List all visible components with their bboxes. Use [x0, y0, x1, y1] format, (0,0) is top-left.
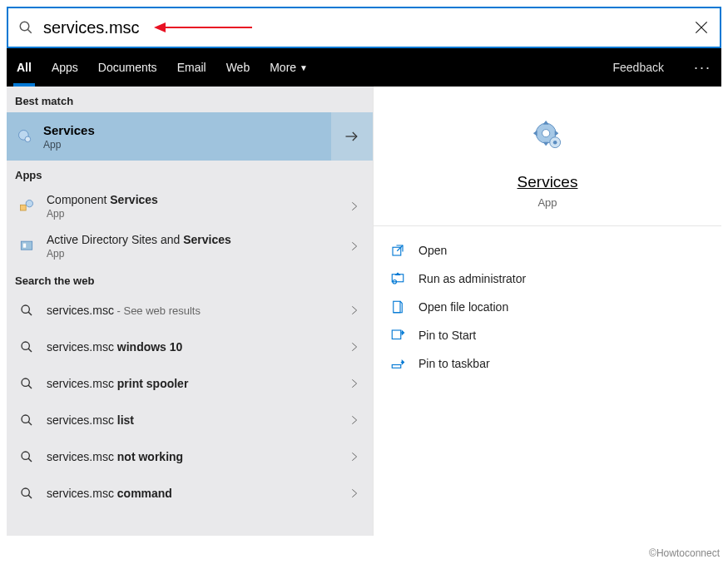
tab-apps[interactable]: Apps — [52, 48, 78, 87]
preview-title[interactable]: Services — [518, 173, 578, 191]
web-result[interactable]: services.msc - See web results — [7, 292, 373, 329]
best-match-subtitle: App — [43, 139, 95, 151]
web-result[interactable]: services.msc list — [7, 402, 373, 438]
chevron-right-icon — [348, 304, 361, 317]
web-result[interactable]: services.msc windows 10 — [7, 329, 373, 365]
chevron-right-icon — [348, 200, 361, 213]
search-icon — [18, 448, 35, 465]
svg-line-14 — [28, 312, 32, 315]
action-open[interactable]: Open — [387, 236, 708, 265]
result-subtitle: App — [47, 248, 336, 260]
svg-rect-11 — [21, 241, 32, 250]
preview-header: Services App — [374, 87, 721, 226]
section-header-best-match: Best match — [7, 87, 373, 112]
svg-point-13 — [22, 305, 29, 313]
preview-pane: Services App Open Run as administrator O… — [373, 87, 721, 536]
web-result[interactable]: services.msc not working — [7, 438, 373, 475]
folder-icon — [390, 299, 405, 314]
search-icon — [18, 375, 35, 392]
result-title: Active Directory Sites and Services — [47, 233, 336, 246]
filter-tab-bar: All Apps Documents Email Web More▼ Feedb… — [7, 48, 721, 87]
svg-line-22 — [28, 458, 32, 462]
clear-icon[interactable] — [693, 19, 710, 36]
svg-point-27 — [553, 141, 557, 145]
tab-more[interactable]: More▼ — [270, 48, 308, 87]
svg-point-28 — [542, 130, 550, 137]
more-options-icon[interactable]: ··· — [694, 59, 711, 77]
svg-rect-37 — [392, 365, 401, 369]
search-icon — [18, 339, 35, 355]
svg-line-24 — [28, 495, 32, 498]
chevron-right-icon — [348, 377, 361, 390]
result-subtitle: App — [47, 208, 336, 220]
result-title: services.msc list — [47, 413, 336, 427]
result-title: services.msc windows 10 — [47, 340, 336, 354]
svg-point-17 — [22, 378, 29, 386]
chevron-right-icon — [348, 487, 361, 500]
chevron-down-icon: ▼ — [300, 63, 308, 72]
svg-point-15 — [22, 342, 29, 349]
web-result[interactable]: services.msc command — [7, 475, 373, 512]
tab-email[interactable]: Email — [177, 48, 206, 87]
section-header-apps: Apps — [7, 161, 373, 186]
chevron-right-icon — [348, 340, 361, 354]
services-icon — [17, 128, 33, 145]
preview-actions: Open Run as administrator Open file loca… — [374, 226, 721, 388]
search-bar — [7, 7, 721, 48]
svg-point-23 — [22, 488, 29, 496]
results-pane: Best match Services App Apps Componen — [7, 87, 373, 536]
result-title: services.msc print spooler — [47, 377, 336, 390]
component-services-icon — [18, 198, 35, 215]
best-match-item[interactable]: Services App — [7, 112, 331, 161]
svg-line-16 — [28, 349, 32, 352]
svg-line-20 — [28, 422, 32, 425]
svg-point-7 — [25, 136, 31, 142]
svg-line-18 — [28, 385, 32, 388]
app-result[interactable]: Active Directory Sites and Services App — [7, 226, 373, 266]
tab-documents[interactable]: Documents — [98, 48, 157, 87]
search-icon — [18, 302, 35, 319]
content-area: Best match Services App Apps Componen — [7, 87, 721, 536]
chevron-right-icon — [348, 450, 361, 463]
search-input[interactable] — [43, 18, 683, 37]
best-match-title: Services — [43, 123, 95, 137]
preview-type: App — [537, 196, 557, 209]
app-result[interactable]: Component Services App — [7, 186, 373, 226]
active-directory-icon — [18, 238, 35, 255]
svg-point-0 — [20, 22, 29, 31]
svg-line-1 — [27, 29, 32, 33]
svg-line-30 — [397, 245, 403, 251]
action-pin-start[interactable]: Pin to Start — [387, 321, 708, 349]
result-title: services.msc not working — [47, 450, 336, 463]
best-match-open-button[interactable] — [331, 112, 373, 161]
result-title: Component Services — [47, 193, 336, 206]
pin-start-icon — [390, 328, 405, 343]
feedback-link[interactable]: Feedback — [613, 61, 664, 74]
svg-rect-31 — [392, 275, 404, 282]
action-label: Open file location — [418, 300, 508, 314]
action-open-location[interactable]: Open file location — [387, 293, 708, 321]
svg-rect-33 — [394, 301, 400, 313]
web-result[interactable]: services.msc print spooler — [7, 365, 373, 402]
action-label: Run as administrator — [418, 272, 526, 285]
chevron-right-icon — [348, 413, 361, 427]
action-run-admin[interactable]: Run as administrator — [387, 265, 708, 293]
result-title: services.msc - See web results — [47, 304, 336, 317]
tab-web[interactable]: Web — [226, 48, 250, 87]
svg-point-19 — [22, 415, 29, 423]
chevron-right-icon — [348, 240, 361, 253]
action-pin-taskbar[interactable]: Pin to taskbar — [387, 349, 708, 378]
result-title: services.msc command — [47, 487, 336, 500]
action-label: Pin to taskbar — [418, 357, 490, 370]
open-icon — [390, 243, 405, 258]
pin-taskbar-icon — [390, 356, 405, 371]
svg-rect-34 — [392, 330, 401, 339]
search-icon — [18, 20, 33, 35]
search-icon — [18, 485, 35, 502]
services-large-icon — [529, 116, 566, 153]
admin-icon — [390, 271, 405, 286]
action-label: Pin to Start — [418, 329, 476, 342]
tab-all[interactable]: All — [17, 48, 32, 87]
action-label: Open — [418, 244, 447, 257]
svg-point-10 — [26, 200, 32, 207]
